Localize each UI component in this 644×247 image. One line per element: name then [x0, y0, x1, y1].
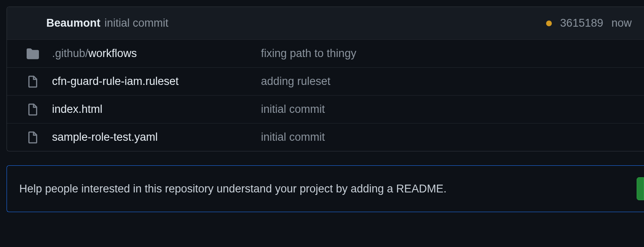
- latest-commit-header: Beaumont initial commit 3615189 now: [7, 7, 644, 40]
- file-icon: [26, 131, 40, 144]
- file-commit-message[interactable]: initial commit: [261, 103, 632, 116]
- commit-author[interactable]: Beaumont: [46, 17, 100, 30]
- file-name[interactable]: cfn-guard-rule-iam.ruleset: [52, 75, 249, 88]
- file-name[interactable]: index.html: [52, 103, 249, 116]
- file-name[interactable]: .github/workflows: [52, 47, 249, 60]
- status-pending-icon[interactable]: [546, 21, 552, 26]
- readme-prompt-banner: Help people interested in this repositor…: [7, 165, 644, 212]
- add-readme-button[interactable]: [637, 177, 644, 200]
- readme-prompt-text: Help people interested in this repositor…: [19, 183, 628, 195]
- file-name[interactable]: sample-role-test.yaml: [52, 131, 249, 144]
- file-listing-box: Beaumont initial commit 3615189 now .git…: [7, 7, 644, 151]
- table-row: sample-role-test.yaml initial commit: [7, 124, 644, 151]
- file-commit-message[interactable]: adding ruleset: [261, 75, 632, 88]
- file-icon: [26, 103, 40, 116]
- commit-message[interactable]: initial commit: [104, 17, 168, 30]
- commit-sha[interactable]: 3615189: [560, 17, 603, 30]
- folder-icon: [26, 48, 40, 60]
- file-commit-message[interactable]: fixing path to thingy: [261, 47, 632, 60]
- commit-time: now: [611, 17, 632, 30]
- file-commit-message[interactable]: initial commit: [261, 131, 632, 144]
- file-icon: [26, 75, 40, 88]
- table-row: cfn-guard-rule-iam.ruleset adding rulese…: [7, 68, 644, 96]
- table-row: .github/workflows fixing path to thingy: [7, 40, 644, 68]
- table-row: index.html initial commit: [7, 96, 644, 124]
